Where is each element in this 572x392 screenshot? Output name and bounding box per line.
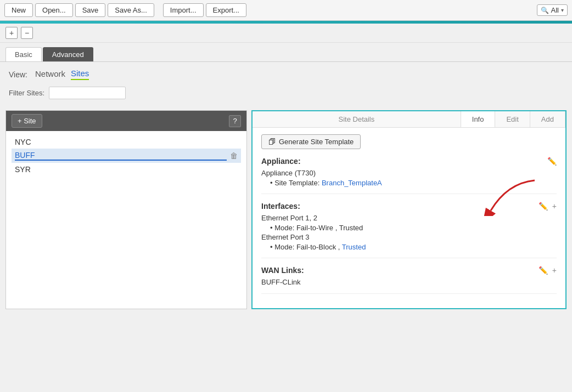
view-sites-link[interactable]: Sites xyxy=(71,69,89,80)
appliance-value: Appliance (T730) xyxy=(261,169,557,177)
search-area[interactable]: 🔍 All ▾ xyxy=(537,4,568,16)
delete-site-icon[interactable]: 🗑 xyxy=(230,151,238,160)
interfaces-item1-mode-label: Mode: Fail-to-Wire , Trusted xyxy=(274,224,363,232)
filter-sites-input[interactable] xyxy=(49,87,126,99)
export-button[interactable]: Export... xyxy=(206,3,246,17)
appliance-edit-icon[interactable]: ✏️ xyxy=(547,157,557,166)
appliance-title: Appliance: xyxy=(261,157,301,166)
tab-edit[interactable]: Edit xyxy=(495,111,530,127)
appliance-section-header: Appliance: ✏️ xyxy=(261,157,557,166)
interfaces-item1-label: Ethernet Port 1, 2 xyxy=(261,214,557,222)
wan-links-title: WAN Links: xyxy=(261,266,304,275)
interfaces-item1-bullet: Mode: Fail-to-Wire , Trusted xyxy=(261,224,557,232)
expand-button[interactable]: + xyxy=(5,27,18,39)
site-name-nyc: NYC xyxy=(15,138,238,146)
main-tabs: Basic Advanced xyxy=(0,43,572,62)
right-panel-header: Site Details Info Edit Add xyxy=(253,111,565,128)
controls-row: + − xyxy=(0,24,572,43)
open-button[interactable]: Open... xyxy=(35,3,73,17)
interfaces-section: Interfaces: ✏️ + Ethernet Port 1, 2 Mode… xyxy=(261,202,557,258)
tab-site-details[interactable]: Site Details xyxy=(253,111,461,127)
wan-links-add-icon[interactable]: + xyxy=(552,266,557,275)
appliance-bullet-label: Site Template: xyxy=(274,179,319,187)
interfaces-item2-bullet: Mode: Fail-to-Block , Trusted xyxy=(261,243,557,251)
right-content: 🗍 Generate Site Template Appliance: ✏️ A… xyxy=(253,128,565,308)
main-content: + Site ? NYC BUFF 🗑 SYR Site Details Inf… xyxy=(0,106,572,314)
import-button[interactable]: Import... xyxy=(163,3,204,17)
copy-icon: 🗍 xyxy=(268,138,276,146)
appliance-template-link[interactable]: Branch_TemplateA xyxy=(322,179,382,187)
view-label: View: xyxy=(9,70,27,79)
wan-links-edit-icon[interactable]: ✏️ xyxy=(539,266,548,275)
search-dropdown-icon[interactable]: ▾ xyxy=(561,7,564,13)
list-item[interactable]: SYR xyxy=(12,163,241,176)
wan-links-section-header: WAN Links: ✏️ + xyxy=(261,266,557,275)
save-button[interactable]: Save xyxy=(75,3,106,17)
interfaces-title: Interfaces: xyxy=(261,202,300,211)
appliance-actions: ✏️ xyxy=(547,157,557,166)
view-row: View: Network Sites xyxy=(0,62,572,84)
right-panel: Site Details Info Edit Add 🗍 Generate Si… xyxy=(251,110,567,309)
filter-row: Filter Sites: xyxy=(0,84,572,106)
left-panel: + Site ? NYC BUFF 🗑 SYR xyxy=(5,110,247,309)
filter-label: Filter Sites: xyxy=(9,89,44,97)
left-panel-header: + Site ? xyxy=(6,111,246,131)
site-name-buff: BUFF xyxy=(15,151,227,161)
new-button[interactable]: New xyxy=(4,3,33,17)
save-as-button[interactable]: Save As... xyxy=(108,3,154,17)
interfaces-add-icon[interactable]: + xyxy=(552,202,557,211)
tab-info[interactable]: Info xyxy=(461,111,496,127)
search-icon: 🔍 xyxy=(541,7,549,14)
interfaces-item2-label: Ethernet Port 3 xyxy=(261,233,557,241)
add-site-button[interactable]: + Site xyxy=(12,114,42,128)
interfaces-item2-trusted-link[interactable]: Trusted xyxy=(342,243,366,251)
collapse-button[interactable]: − xyxy=(21,27,33,39)
list-item[interactable]: NYC xyxy=(12,135,241,149)
interfaces-item2-mode-label: Mode: Fail-to-Block , xyxy=(274,243,342,251)
interfaces-actions: ✏️ + xyxy=(539,202,557,211)
generate-btn-label: Generate Site Template xyxy=(279,138,354,146)
appliance-bullet: Site Template: Branch_TemplateA xyxy=(261,179,557,187)
generate-site-template-button[interactable]: 🗍 Generate Site Template xyxy=(261,134,361,149)
view-network-link[interactable]: Network xyxy=(35,69,65,79)
wan-links-value: BUFF-CLink xyxy=(261,278,557,286)
toolbar: New Open... Save Save As... Import... Ex… xyxy=(0,0,572,21)
tab-basic[interactable]: Basic xyxy=(5,47,42,61)
appliance-section: Appliance: ✏️ Appliance (T730) Site Temp… xyxy=(261,157,557,194)
tab-advanced[interactable]: Advanced xyxy=(43,47,93,61)
site-name-syr: SYR xyxy=(15,165,238,174)
wan-links-section: WAN Links: ✏️ + BUFF-CLink xyxy=(261,266,557,294)
interfaces-section-header: Interfaces: ✏️ + xyxy=(261,202,557,211)
interfaces-edit-icon[interactable]: ✏️ xyxy=(539,202,548,211)
wan-links-actions: ✏️ + xyxy=(539,266,557,275)
list-item[interactable]: BUFF 🗑 xyxy=(12,149,241,163)
search-all-label: All xyxy=(551,6,559,14)
help-button[interactable]: ? xyxy=(229,115,241,127)
site-list: NYC BUFF 🗑 SYR xyxy=(6,131,246,180)
tab-add[interactable]: Add xyxy=(530,111,565,127)
